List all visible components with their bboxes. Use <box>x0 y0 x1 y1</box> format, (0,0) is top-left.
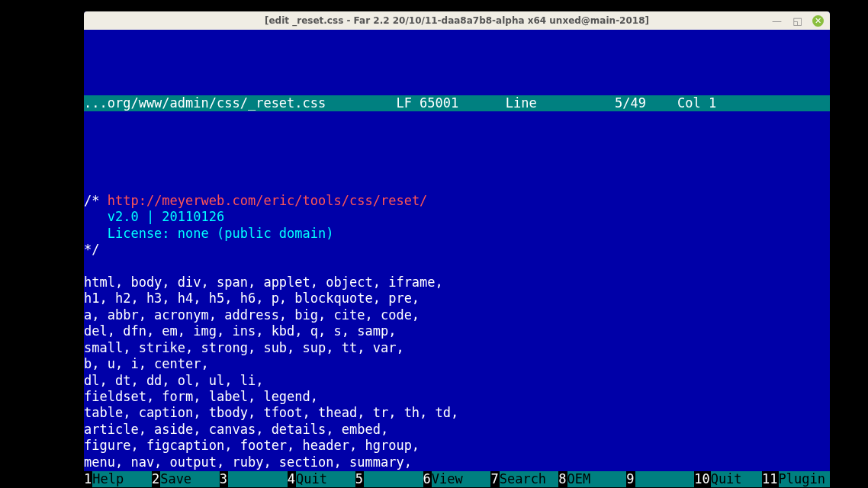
keybar: 1Help 2Save 3 4Quit 5 6View 7Search 8OEM… <box>84 471 830 487</box>
selector: small, strike, strong, sub, sup, tt, var… <box>84 340 404 355</box>
fkey-1-help[interactable]: 1Help <box>84 471 152 487</box>
window: [edit _reset.css - Far 2.2 20/10/11-daa8… <box>84 11 830 487</box>
fkey-9[interactable]: 9 <box>626 471 694 487</box>
fkey-11-plugin[interactable]: 11Plugin <box>762 471 830 487</box>
line-value: 5/49 <box>615 95 646 111</box>
fkey-8-oem[interactable]: 8OEM <box>558 471 626 487</box>
fkey-4-quit[interactable]: 4Quit <box>288 471 355 487</box>
encoding: LF 65001 <box>396 95 458 111</box>
editor-body[interactable]: /* http://meyerweb.com/eric/tools/css/re… <box>84 177 830 487</box>
close-icon[interactable] <box>812 15 824 27</box>
maximize-icon[interactable]: ◱ <box>792 15 803 27</box>
titlebar[interactable]: [edit _reset.css - Far 2.2 20/10/11-daa8… <box>84 11 830 30</box>
selector: h1, h2, h3, h4, h5, h6, p, blockquote, p… <box>84 291 420 306</box>
fkey-5[interactable]: 5 <box>355 471 423 487</box>
comment-line: v2.0 | 20110126 <box>84 209 224 224</box>
fkey-2-save[interactable]: 2Save <box>152 471 220 487</box>
fkey-10-quit[interactable]: 10Quit <box>694 471 762 487</box>
selector: article, aside, canvas, details, embed, <box>84 422 388 437</box>
window-title: [edit _reset.css - Far 2.2 20/10/11-daa8… <box>265 15 649 26</box>
selector: dl, dt, dd, ol, ul, li, <box>84 373 263 388</box>
minimize-icon[interactable]: — <box>771 15 783 27</box>
col-label: Col <box>677 95 701 111</box>
fkey-6-view[interactable]: 6View <box>423 471 491 487</box>
selector: b, u, i, center, <box>84 356 209 371</box>
comment-url: http://meyerweb.com/eric/tools/css/reset… <box>108 193 428 208</box>
editor-statusbar: ...org/www/admin/css/_reset.css LF 65001… <box>84 95 830 111</box>
selector: a, abbr, acronym, address, big, cite, co… <box>84 307 420 323</box>
selector: fieldset, form, label, legend, <box>84 389 318 404</box>
terminal: ...org/www/admin/css/_reset.css LF 65001… <box>84 30 830 487</box>
window-controls: — ◱ <box>771 11 824 30</box>
selector: table, caption, tbody, tfoot, thead, tr,… <box>84 405 458 420</box>
comment-close: */ <box>84 242 99 257</box>
fkey-7-search[interactable]: 7Search <box>490 471 558 487</box>
file-path: ...org/www/admin/css/_reset.css <box>84 95 326 111</box>
selector: menu, nav, output, ruby, section, summar… <box>84 454 412 470</box>
fkey-3[interactable]: 3 <box>220 471 288 487</box>
selector: del, dfn, em, img, ins, kbd, q, s, samp, <box>84 323 396 339</box>
line-label: Line <box>506 95 537 111</box>
col-value: 1 <box>709 95 716 111</box>
selector: html, body, div, span, applet, object, i… <box>84 274 443 290</box>
selector: figure, figcaption, footer, header, hgro… <box>84 438 420 453</box>
comment-line: License: none (public domain) <box>84 226 334 241</box>
comment-open: /* <box>84 193 108 208</box>
